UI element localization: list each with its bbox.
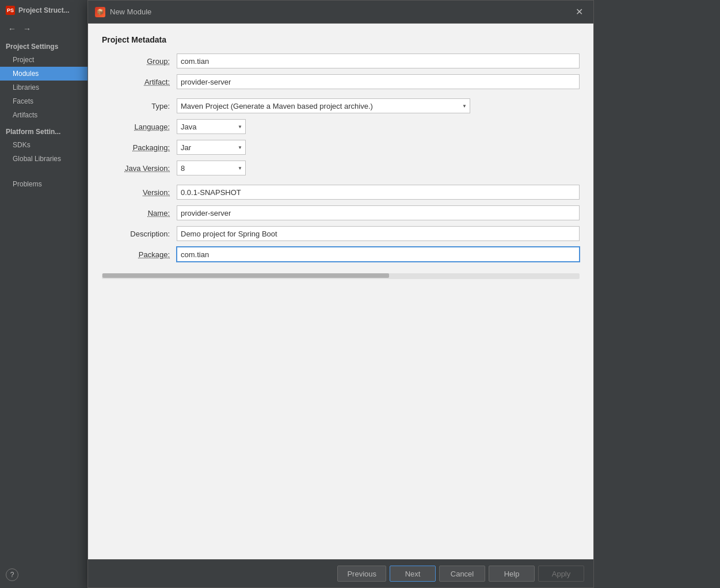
back-arrow[interactable]: ←: [6, 23, 18, 35]
description-input[interactable]: [177, 226, 580, 241]
dialog-footer: Previous Next Cancel Help Apply: [88, 559, 593, 587]
version-label: Version:: [102, 188, 177, 197]
java-version-select[interactable]: 8 11 17: [177, 161, 246, 175]
packaging-field-row: Packaging: Jar War: [102, 140, 580, 155]
description-field-row: Description:: [102, 226, 580, 241]
horizontal-scrollbar[interactable]: [102, 273, 580, 279]
type-label: Type:: [102, 102, 177, 110]
artifact-label: Artifact:: [102, 78, 177, 86]
java-version-label: Java Version:: [102, 164, 177, 173]
platform-settings-header: Platform Settin...: [0, 122, 92, 138]
packaging-select-wrapper: Jar War: [177, 140, 246, 155]
section-title: Project Metadata: [102, 35, 580, 44]
name-field-row: Name:: [102, 205, 580, 220]
sidebar-item-facets[interactable]: Facets: [0, 94, 92, 108]
project-settings-header: Project Settings: [0, 38, 92, 53]
language-field-row: Language: Java Kotlin Groovy: [102, 119, 580, 134]
dialog-titlebar: 📦 New Module ✕: [88, 1, 593, 24]
version-field-row: Version:: [102, 185, 580, 200]
help-button[interactable]: Help: [489, 566, 535, 582]
close-button[interactable]: ✕: [572, 5, 586, 18]
ps-panel-title: PS Project Struct...: [0, 0, 92, 20]
description-label: Description:: [102, 230, 177, 238]
type-field-row: Type: Maven Project (Generate a Maven ba…: [102, 98, 580, 113]
type-select[interactable]: Maven Project (Generate a Maven based pr…: [177, 98, 470, 113]
packaging-select[interactable]: Jar War: [177, 140, 246, 155]
nav-arrows: ← →: [0, 20, 92, 38]
dialog-title-left: 📦 New Module: [95, 7, 151, 17]
ps-logo: PS: [6, 6, 15, 15]
language-label: Language:: [102, 123, 177, 131]
previous-button[interactable]: Previous: [337, 566, 386, 582]
ps-title-text: Project Struct...: [18, 6, 70, 14]
help-button-left[interactable]: ?: [6, 568, 18, 581]
project-structure-panel: PS Project Struct... ← → Project Setting…: [0, 0, 92, 588]
package-label: Package:: [102, 250, 177, 259]
artifact-field-row: Artifact:: [102, 74, 580, 89]
dialog-title: New Module: [110, 7, 151, 16]
new-module-dialog: 📦 New Module ✕ Project Metadata Group: A…: [87, 0, 594, 588]
right-filler: [594, 0, 720, 588]
package-input[interactable]: [177, 247, 580, 262]
sidebar-item-modules[interactable]: Modules: [0, 67, 92, 81]
group-field-row: Group:: [102, 54, 580, 68]
group-label: Group:: [102, 57, 177, 66]
sidebar-item-global-libraries[interactable]: Global Libraries: [0, 152, 92, 166]
apply-button[interactable]: Apply: [538, 566, 584, 582]
sidebar-item-sdks[interactable]: SDKs: [0, 138, 92, 152]
cancel-button[interactable]: Cancel: [439, 566, 485, 582]
language-select[interactable]: Java Kotlin Groovy: [177, 119, 246, 134]
scrollbar-thumb-h: [102, 273, 389, 278]
name-label: Name:: [102, 209, 177, 217]
type-select-wrapper: Maven Project (Generate a Maven based pr…: [177, 98, 470, 113]
version-input[interactable]: [177, 185, 580, 200]
java-version-select-wrapper: 8 11 17: [177, 161, 246, 175]
artifact-input[interactable]: [177, 74, 580, 89]
language-select-wrapper: Java Kotlin Groovy: [177, 119, 246, 134]
package-field-row: Package:: [102, 247, 580, 262]
forward-arrow[interactable]: →: [21, 23, 33, 35]
name-input[interactable]: [177, 205, 580, 220]
dialog-content: Project Metadata Group: Artifact: Type: …: [88, 24, 593, 559]
packaging-label: Packaging:: [102, 143, 177, 152]
dialog-icon: 📦: [95, 7, 105, 17]
java-version-field-row: Java Version: 8 11 17: [102, 161, 580, 175]
sidebar-item-artifacts[interactable]: Artifacts: [0, 108, 92, 122]
sidebar-item-problems[interactable]: Problems: [0, 177, 92, 191]
group-input[interactable]: [177, 54, 580, 68]
sidebar-item-libraries[interactable]: Libraries: [0, 81, 92, 94]
sidebar-item-project[interactable]: Project: [0, 53, 92, 67]
next-button[interactable]: Next: [390, 566, 436, 582]
